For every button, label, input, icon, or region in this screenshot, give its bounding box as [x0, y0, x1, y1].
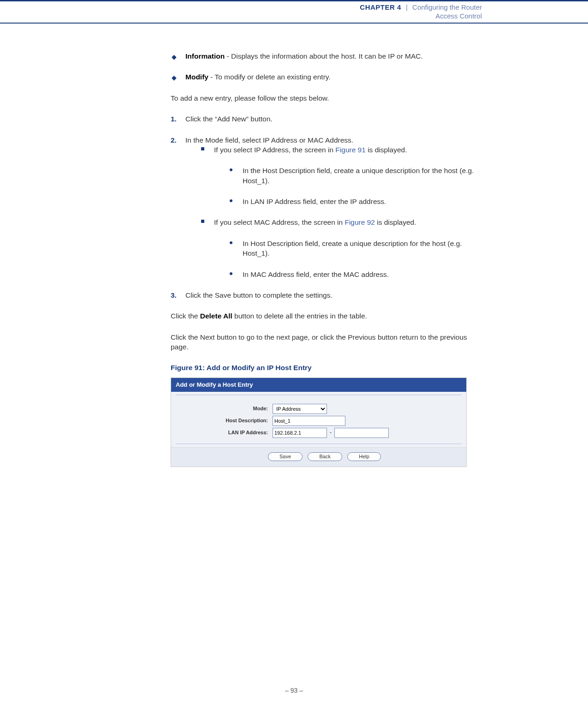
- save-button[interactable]: Save: [268, 452, 303, 461]
- figure-91-panel: Add or Modify a Host Entry Mode: IP Addr…: [171, 377, 467, 467]
- step-2-text: In the Mode field, select IP Address or …: [185, 136, 353, 144]
- bullet-information: ◆ Information - Displays the information…: [171, 51, 482, 61]
- delete-all-pre: Click the: [171, 312, 200, 320]
- bullet-modify-term: Modify: [185, 73, 208, 81]
- hostdesc-input[interactable]: [273, 416, 345, 426]
- lanip-dash: -: [327, 429, 334, 437]
- diamond-icon: ◆: [172, 53, 177, 61]
- chapter-title: Configuring the Router: [412, 3, 482, 11]
- step-2a-lanip-text: In LAN IP Address field, enter the IP ad…: [243, 198, 386, 205]
- delete-all-bold: Delete All: [200, 312, 232, 320]
- next-prev-paragraph: Click the Next button to go to the next …: [171, 332, 482, 352]
- mode-select[interactable]: IP Address: [273, 404, 327, 414]
- delete-all-post: button to delete all the entries in the …: [232, 312, 367, 320]
- step-3-text: Click the Save button to complete the se…: [185, 291, 333, 299]
- dot-icon: [230, 241, 232, 244]
- chapter-label: CHAPTER 4: [360, 3, 401, 11]
- bullet-information-term: Information: [185, 52, 225, 60]
- dot-icon: [230, 168, 232, 171]
- bullet-modify: ◆ Modify - To modify or delete an existi…: [171, 72, 482, 82]
- step-2a-post: is displayed.: [366, 146, 407, 154]
- step-2a-hostdesc: In the Host Description field, create a …: [229, 166, 482, 186]
- step-2b-hostdesc: In Host Description field, create a uniq…: [229, 239, 482, 258]
- lanip-from-input[interactable]: [273, 428, 327, 438]
- step-1-text: Click the “Add New” button.: [185, 115, 273, 123]
- step-2a-hostdesc-text: In the Host Description field, create a …: [243, 167, 474, 184]
- dot-icon: [230, 272, 232, 275]
- figure-91-caption: Figure 91: Add or Modify an IP Host Entr…: [171, 363, 482, 372]
- step-number: 1.: [171, 114, 177, 124]
- back-button[interactable]: Back: [308, 452, 342, 461]
- step-2b-hostdesc-text: In Host Description field, create a uniq…: [243, 240, 462, 257]
- section-title: Access Control: [0, 12, 482, 20]
- step-2a-pre: If you select IP Address, the screen in: [214, 146, 335, 154]
- step-2b-mac-text: In MAC Address field, enter the MAC addr…: [243, 270, 389, 278]
- step-number: 3.: [171, 290, 177, 300]
- square-icon: [201, 147, 204, 150]
- dot-icon: [230, 199, 232, 202]
- step-2a-lanip: In LAN IP Address field, enter the IP ad…: [229, 197, 482, 206]
- intro-paragraph: To add a new entry, please follow the st…: [171, 93, 482, 103]
- lanip-to-input[interactable]: [334, 428, 389, 438]
- step-2-mac-option: If you select MAC Address, the screen in…: [200, 217, 482, 279]
- step-2: 2. In the Mode field, select IP Address …: [171, 135, 482, 279]
- page-header: CHAPTER 4 | Configuring the Router Acces…: [0, 1, 588, 24]
- help-button[interactable]: Help: [347, 452, 381, 461]
- page-number: – 93 –: [0, 687, 588, 694]
- diamond-icon: ◆: [172, 73, 177, 82]
- header-separator: |: [403, 3, 410, 11]
- delete-all-paragraph: Click the Delete All button to delete al…: [171, 311, 482, 321]
- lanip-label: LAN IP Address:: [176, 429, 273, 436]
- step-2b-post: is displayed.: [375, 218, 416, 226]
- step-number: 2.: [171, 135, 177, 145]
- bullet-information-text: - Displays the information about the hos…: [225, 52, 423, 60]
- bullet-modify-text: - To modify or delete an existing entry.: [208, 73, 331, 81]
- step-2b-mac: In MAC Address field, enter the MAC addr…: [229, 270, 482, 279]
- step-2-ip-option: If you select IP Address, the screen in …: [200, 145, 482, 207]
- mode-label: Mode:: [176, 405, 273, 412]
- step-3: 3. Click the Save button to complete the…: [171, 290, 482, 300]
- step-2b-pre: If you select MAC Address, the screen in: [214, 218, 344, 226]
- figure-91-link[interactable]: Figure 91: [335, 146, 365, 154]
- figure-92-link[interactable]: Figure 92: [344, 218, 374, 226]
- square-icon: [201, 220, 204, 223]
- step-1: 1. Click the “Add New” button.: [171, 114, 482, 124]
- panel-title: Add or Modify a Host Entry: [171, 378, 466, 392]
- hostdesc-label: Host Description:: [176, 417, 273, 424]
